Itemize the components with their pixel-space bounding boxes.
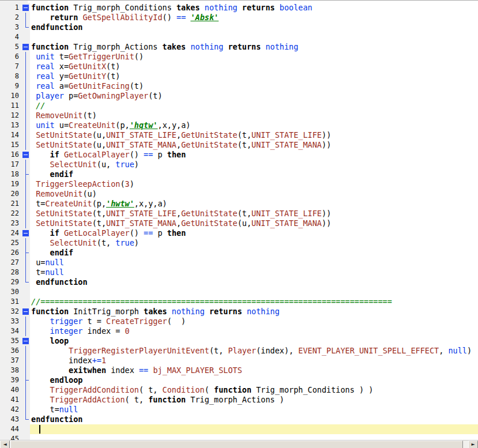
code-text[interactable]: function Trig_morph_Actions takes nothin… [30, 42, 478, 52]
code-text[interactable]: SetUnitState(u,UNIT_STATE_MANA,GetUnitSt… [30, 140, 478, 150]
code-token: TriggerAddAction [50, 395, 125, 404]
code-token: null [45, 268, 64, 277]
line-number: 12 [0, 111, 21, 121]
fold-margin [21, 219, 30, 228]
code-text[interactable]: endif [30, 248, 478, 258]
code-text[interactable] [30, 424, 478, 434]
code-text[interactable]: unit t=GetTriggerUnit() [30, 52, 478, 62]
fold-collapse-icon[interactable] [21, 150, 30, 160]
code-text[interactable]: TriggerAddAction( t, function Trig_morph… [30, 395, 478, 405]
fold-margin [21, 424, 30, 434]
code-line: 25 SelectUnit(t, true) [0, 238, 478, 248]
code-text[interactable]: t=null [30, 268, 478, 277]
code-token [31, 209, 36, 218]
fold-margin [21, 258, 30, 268]
fold-margin [21, 170, 30, 179]
line-number: 15 [0, 140, 21, 150]
fold-collapse-icon[interactable] [21, 307, 30, 317]
code-token: (t) [130, 81, 144, 91]
code-token: Trig_morph_Conditions [69, 3, 176, 12]
code-area[interactable]: 1function Trig_morph_Conditions takes no… [0, 3, 478, 441]
code-token: (t) [106, 71, 120, 81]
code-text[interactable]: endfunction [30, 277, 478, 287]
code-line: 1function Trig_morph_Conditions takes no… [0, 3, 478, 13]
code-token: (t, [92, 219, 106, 228]
line-number: 19 [0, 179, 21, 189]
code-text[interactable]: endfunction [30, 22, 478, 32]
scroll-right-icon: ► [471, 442, 475, 447]
code-text[interactable]: function Trig_morph_Conditions takes not… [30, 3, 478, 13]
line-number: 32 [0, 307, 21, 317]
code-text[interactable]: unit u=CreateUnit(p,'hqtw',x,y,a) [30, 121, 478, 130]
code-text[interactable]: real a=GetUnitFacing(t) [30, 81, 478, 91]
code-token: p= [64, 91, 78, 100]
horizontal-scrollbar: ◄ ► [0, 440, 478, 448]
fold-collapse-icon[interactable] [21, 3, 30, 13]
code-text[interactable]: t=CreateUnit(p,'hwtw',x,y,a) [30, 199, 478, 209]
code-text[interactable]: index+=1 [30, 356, 478, 366]
scroll-right-button[interactable]: ► [468, 441, 478, 448]
code-line: 3endfunction [0, 22, 478, 32]
code-text[interactable]: trigger t = CreateTrigger( ) [30, 317, 478, 326]
scrollbar-thumb[interactable] [10, 441, 463, 448]
code-text[interactable]: function InitTrig_morph takes nothing re… [30, 307, 478, 317]
code-text[interactable]: TriggerSleepAction(3) [30, 179, 478, 189]
code-text[interactable]: SetUnitState(t,UNIT_STATE_LIFE,GetUnitSt… [30, 209, 478, 219]
line-number: 23 [0, 219, 21, 228]
code-line: 36 TriggerRegisterPlayerUnitEvent(t, Pla… [0, 346, 478, 356]
code-token [59, 228, 64, 238]
code-text[interactable]: SetUnitState(u,UNIT_STATE_LIFE,GetUnitSt… [30, 130, 478, 140]
code-text[interactable]: //======================================… [30, 297, 478, 307]
fold-collapse-icon[interactable] [21, 336, 30, 346]
code-text[interactable] [30, 32, 478, 42]
code-text[interactable]: loop [30, 336, 478, 346]
code-text[interactable]: exitwhen index == bj_MAX_PLAYER_SLOTS [30, 366, 478, 375]
code-text[interactable]: TriggerRegisterPlayerUnitEvent(t, Player… [30, 346, 478, 356]
code-text[interactable]: if GetLocalPlayer() == p then [30, 150, 478, 160]
code-token: () [134, 52, 144, 61]
code-token: endfunction [31, 22, 82, 32]
code-token: () [130, 228, 144, 238]
code-text[interactable]: if GetLocalPlayer() == p then [30, 228, 478, 238]
line-number: 35 [0, 336, 21, 346]
code-text[interactable]: return GetSpellAbilityId() == 'Absk' [30, 13, 478, 22]
code-text[interactable]: endfunction [30, 415, 478, 424]
code-token: GetUnitState [181, 130, 238, 140]
code-text[interactable]: // [30, 101, 478, 111]
fold-margin [21, 22, 30, 32]
code-text[interactable]: real x=GetUnitX(t) [30, 62, 478, 71]
fold-collapse-icon[interactable] [21, 42, 30, 52]
scrollbar-track[interactable] [10, 441, 468, 448]
code-line: 8 real y=GetUnitY(t) [0, 71, 478, 81]
code-text[interactable]: SetUnitState(t,UNIT_STATE_MANA,GetUnitSt… [30, 219, 478, 228]
code-text[interactable]: u=null [30, 258, 478, 268]
code-text[interactable]: RemoveUnit(u) [30, 189, 478, 199]
code-text[interactable]: TriggerAddCondition( t, Condition( funct… [30, 385, 478, 395]
code-token [31, 81, 36, 91]
code-text[interactable]: player p=GetOwningPlayer(t) [30, 91, 478, 101]
code-token: loop [50, 336, 69, 345]
code-token: GetTriggerUnit [69, 52, 134, 61]
code-text[interactable]: SelectUnit(u, true) [30, 160, 478, 170]
scroll-left-button[interactable]: ◄ [0, 441, 10, 448]
fold-collapse-icon[interactable] [21, 228, 30, 238]
code-text[interactable]: t=null [30, 405, 478, 415]
code-text[interactable]: SelectUnit(t, true) [30, 238, 478, 248]
code-token: ) [467, 346, 472, 355]
code-token: ) [130, 179, 134, 189]
line-number: 13 [0, 121, 21, 130]
code-token: endif [50, 170, 74, 179]
code-text[interactable] [30, 287, 478, 297]
code-text[interactable]: RemoveUnit(t) [30, 111, 478, 121]
code-token: GetUnitState [181, 219, 238, 228]
code-text[interactable]: real y=GetUnitY(t) [30, 71, 478, 81]
fold-margin [21, 209, 30, 219]
code-line: 22 SetUnitState(t,UNIT_STATE_LIFE,GetUni… [0, 209, 478, 219]
code-text[interactable]: endif [30, 170, 478, 179]
code-token: then [167, 150, 186, 159]
fold-margin [21, 179, 30, 189]
code-text[interactable]: integer index = 0 [30, 326, 478, 336]
line-number: 4 [0, 32, 21, 42]
fold-margin [21, 277, 30, 287]
code-text[interactable]: endloop [30, 375, 478, 385]
